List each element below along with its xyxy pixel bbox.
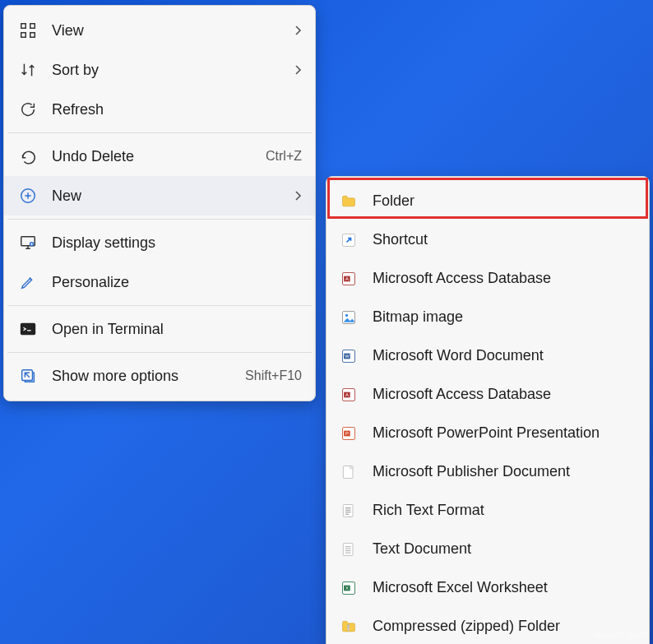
svg-text:X: X xyxy=(345,586,349,591)
svg-rect-26 xyxy=(343,543,353,555)
zip-icon xyxy=(340,618,358,636)
personalize-icon xyxy=(17,271,39,293)
submenu-item-shortcut[interactable]: Shortcut xyxy=(326,220,649,259)
terminal-icon xyxy=(17,318,39,340)
menu-item-label: Refresh xyxy=(52,101,302,118)
menu-separator xyxy=(7,305,312,306)
chevron-right-icon xyxy=(294,64,302,76)
menu-item-more[interactable]: Show more optionsShift+F10 xyxy=(4,356,315,396)
submenu-item-word[interactable]: WMicrosoft Word Document xyxy=(326,336,649,375)
menu-item-label: Show more options xyxy=(52,368,237,385)
menu-item-terminal[interactable]: Open in Terminal xyxy=(4,309,315,349)
submenu-item-label: Compressed (zipped) Folder xyxy=(373,618,560,635)
svg-rect-1 xyxy=(30,24,35,29)
menu-separator xyxy=(7,352,312,353)
menu-item-undo[interactable]: Undo DeleteCtrl+Z xyxy=(4,137,315,176)
excel-icon: X xyxy=(340,579,358,597)
submenu-item-label: Rich Text Format xyxy=(373,502,484,519)
menu-item-label: Sort by xyxy=(52,62,285,79)
chevron-right-icon xyxy=(294,190,302,202)
menu-item-label: New xyxy=(52,188,285,205)
submenu-item-access2[interactable]: AMicrosoft Access Database xyxy=(326,375,649,414)
menu-item-personalize[interactable]: Personalize xyxy=(4,262,315,302)
submenu-item-label: Microsoft Access Database xyxy=(373,386,551,403)
submenu-item-txt[interactable]: Text Document xyxy=(326,530,649,568)
shortcut-icon xyxy=(340,231,358,249)
bitmap-icon xyxy=(340,308,358,327)
svg-text:P: P xyxy=(345,431,349,436)
more-icon xyxy=(17,365,39,387)
submenu-item-label: Shortcut xyxy=(373,231,428,248)
menu-item-accelerator: Shift+F10 xyxy=(245,368,302,383)
submenu-item-rtf[interactable]: Rich Text Format xyxy=(326,491,649,530)
publisher-icon xyxy=(340,463,358,481)
submenu-item-label: Microsoft Excel Worksheet xyxy=(373,579,548,596)
menu-item-label: Personalize xyxy=(52,274,302,291)
menu-item-refresh[interactable]: Refresh xyxy=(4,90,315,129)
menu-item-view[interactable]: View xyxy=(4,11,315,50)
submenu-item-bitmap[interactable]: Bitmap image xyxy=(326,298,649,336)
watermark-text: wsxdn.com xyxy=(595,628,648,641)
submenu-item-excel[interactable]: XMicrosoft Excel Worksheet xyxy=(326,568,649,607)
word-icon: W xyxy=(340,347,358,365)
new-icon xyxy=(17,185,39,206)
access-icon: A xyxy=(340,386,358,404)
submenu-item-folder[interactable]: Folder xyxy=(326,182,649,220)
access-icon: A xyxy=(340,270,358,288)
desktop-background: View Sort by Refresh Undo DeleteCtrl+Z N… xyxy=(0,0,653,644)
svg-text:A: A xyxy=(345,276,349,281)
menu-item-display[interactable]: Display settings xyxy=(4,223,315,262)
submenu-item-label: Bitmap image xyxy=(373,308,463,326)
svg-rect-7 xyxy=(21,323,35,336)
menu-item-new[interactable]: New xyxy=(4,176,315,215)
view-icon xyxy=(17,20,39,41)
svg-text:W: W xyxy=(345,354,350,359)
menu-item-sortby[interactable]: Sort by xyxy=(4,50,315,90)
svg-point-14 xyxy=(345,313,348,316)
ppt-icon: P xyxy=(340,424,358,442)
menu-item-accelerator: Ctrl+Z xyxy=(266,149,302,164)
menu-item-label: View xyxy=(52,22,285,39)
chevron-right-icon xyxy=(294,25,302,36)
menu-separator xyxy=(7,219,312,220)
svg-text:A: A xyxy=(345,392,349,397)
folder-icon xyxy=(340,192,358,211)
context-menu-primary: View Sort by Refresh Undo DeleteCtrl+Z N… xyxy=(3,5,316,401)
submenu-item-ppt[interactable]: PMicrosoft PowerPoint Presentation xyxy=(326,414,649,452)
display-icon xyxy=(17,232,39,253)
submenu-item-label: Folder xyxy=(373,192,414,210)
svg-rect-0 xyxy=(21,24,26,29)
txt-icon xyxy=(340,540,358,558)
svg-rect-25 xyxy=(343,504,353,517)
menu-item-label: Display settings xyxy=(52,234,302,252)
submenu-item-access1[interactable]: AMicrosoft Access Database xyxy=(326,259,649,298)
sort-icon xyxy=(17,59,39,81)
svg-rect-3 xyxy=(30,33,35,38)
submenu-item-publisher[interactable]: Microsoft Publisher Document xyxy=(326,452,649,491)
menu-item-label: Open in Terminal xyxy=(52,321,302,338)
submenu-item-label: Microsoft Word Document xyxy=(373,347,544,364)
svg-rect-2 xyxy=(21,33,26,38)
refresh-icon xyxy=(17,99,39,120)
rtf-icon xyxy=(340,502,358,520)
menu-item-label: Undo Delete xyxy=(52,148,257,165)
submenu-item-label: Text Document xyxy=(373,540,471,558)
context-menu-new-submenu: Folder Shortcut AMicrosoft Access Databa… xyxy=(326,176,650,644)
submenu-item-label: Microsoft Publisher Document xyxy=(373,463,570,480)
undo-icon xyxy=(17,146,39,167)
menu-separator xyxy=(7,132,312,133)
submenu-item-label: Microsoft PowerPoint Presentation xyxy=(373,424,600,442)
submenu-item-label: Microsoft Access Database xyxy=(373,270,551,287)
